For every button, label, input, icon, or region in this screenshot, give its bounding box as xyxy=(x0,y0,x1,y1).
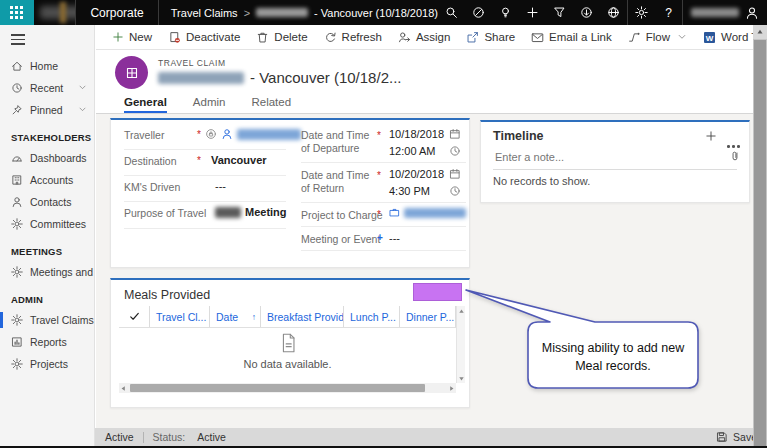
sidebar-item-meetings-and-events[interactable]: Meetings and Events xyxy=(0,261,94,283)
field-value-departure-date[interactable]: 10/18/2018 xyxy=(389,128,444,140)
clock-icon[interactable] xyxy=(449,145,461,157)
assign-button[interactable]: Assign xyxy=(390,25,459,49)
grid-horizontal-scrollbar[interactable] xyxy=(119,383,456,393)
field-label-project: Project to Charge xyxy=(301,209,383,222)
deactivate-icon xyxy=(171,32,180,42)
gear-icon xyxy=(636,7,647,18)
assign-icon xyxy=(399,32,409,41)
user-menu[interactable] xyxy=(683,6,767,20)
redacted-project-value xyxy=(404,208,466,218)
home-icon xyxy=(13,62,22,70)
calendar-icon[interactable] xyxy=(449,168,461,180)
select-all-column[interactable] xyxy=(119,306,149,327)
travel-claim-entity-icon xyxy=(127,68,136,77)
field-value-purpose[interactable]: Meeting xyxy=(215,206,287,218)
breadcrumb: Travel Claims > - Vancouver (10/18/2018) xyxy=(159,7,438,19)
column-header-travel-claim[interactable]: Travel Cl...↑↓ xyxy=(149,306,209,327)
share-button[interactable]: Share xyxy=(458,25,523,49)
field-label-traveller: Traveller xyxy=(124,129,164,142)
person-icon xyxy=(13,198,21,207)
insights-button[interactable] xyxy=(492,0,519,25)
save-button[interactable]: Save xyxy=(716,431,757,443)
tab-general[interactable]: General xyxy=(124,93,167,113)
timeline-add-button[interactable] xyxy=(705,130,717,142)
filter-button[interactable] xyxy=(546,0,573,25)
tab-related[interactable]: Related xyxy=(251,93,291,113)
sidebar-item-contacts[interactable]: Contacts xyxy=(0,191,94,213)
breadcrumb-record[interactable]: - Vancouver (10/18/2018) xyxy=(314,7,438,19)
sidebar-item-accounts[interactable]: Accounts xyxy=(0,169,94,191)
field-label-meeting-or-event: Meeting or Event xyxy=(301,233,380,246)
column-header-date[interactable]: Date↑ xyxy=(209,306,260,327)
note-input[interactable] xyxy=(493,150,707,164)
sidebar-group-stakeholders: STAKEHOLDERS xyxy=(0,121,94,147)
collapse-sidebar-button[interactable] xyxy=(11,34,94,45)
scrollbar-thumb[interactable] xyxy=(130,384,425,392)
trash-icon xyxy=(259,33,267,42)
attach-button[interactable] xyxy=(729,150,741,162)
field-value-destination[interactable]: * Vancouver xyxy=(197,154,267,166)
sidebar-item-dashboards[interactable]: Dashboards xyxy=(0,147,94,169)
world-clock-button[interactable] xyxy=(600,0,627,25)
refresh-button[interactable]: Refresh xyxy=(316,25,390,49)
recently-viewed-button[interactable] xyxy=(465,0,492,25)
field-value-return-time[interactable]: 4:30 PM xyxy=(389,185,430,197)
new-plus-icon xyxy=(114,33,122,41)
app-name[interactable]: Corporate xyxy=(76,6,157,20)
download-button[interactable] xyxy=(573,0,600,25)
quick-create-button[interactable] xyxy=(519,0,546,25)
sidebar-item-pinned[interactable]: Pinned xyxy=(0,99,94,121)
help-icon: ? xyxy=(665,6,672,20)
tab-admin[interactable]: Admin xyxy=(193,93,226,113)
callout-line-1: Missing ability to add new xyxy=(534,340,692,358)
word-icon: W xyxy=(703,31,716,44)
delete-button[interactable]: Delete xyxy=(248,25,315,49)
field-value-traveller[interactable]: * xyxy=(197,128,301,140)
email-link-button[interactable]: Email a Link xyxy=(523,25,620,49)
scrollbar-thumb[interactable] xyxy=(754,40,766,446)
required-asterisk: * xyxy=(377,209,381,220)
org-logo xyxy=(34,0,76,25)
sidebar-item-travel-claims[interactable]: Travel Claims xyxy=(0,309,94,331)
breadcrumb-section[interactable]: Travel Claims xyxy=(171,7,238,19)
help-button[interactable]: ? xyxy=(655,0,682,25)
clock-icon[interactable] xyxy=(449,185,461,197)
sidebar-item-recent[interactable]: Recent xyxy=(0,77,94,99)
calendar-icon[interactable] xyxy=(449,128,461,140)
settings-button[interactable] xyxy=(628,0,655,25)
site-map-sidebar: Home Recent Pinned STAKEHOLDERS Dashboar… xyxy=(0,25,95,446)
flow-icon xyxy=(629,32,639,40)
field-value-kms-driven[interactable]: --- xyxy=(215,180,226,192)
sidebar-item-reports[interactable]: Reports xyxy=(0,331,94,353)
column-header-lunch[interactable]: Lunch P...↑↓ xyxy=(343,306,399,327)
report-icon xyxy=(13,338,21,346)
timeline-empty-message: No records to show. xyxy=(493,175,590,187)
record-state: Active xyxy=(105,431,134,443)
field-value-return-date[interactable]: 10/20/2018 xyxy=(389,168,444,180)
redacted-logo-accent xyxy=(60,2,66,23)
field-value-meeting-or-event[interactable]: --- xyxy=(389,232,400,244)
save-icon xyxy=(718,433,726,441)
sidebar-item-home[interactable]: Home xyxy=(0,55,94,77)
svg-text:W: W xyxy=(706,34,714,43)
refresh-icon xyxy=(326,33,334,41)
lock-icon xyxy=(207,130,216,139)
divider xyxy=(493,169,737,170)
redacted-purpose-prefix xyxy=(215,207,241,218)
field-value-departure-time[interactable]: 12:00 AM xyxy=(389,145,435,157)
search-button[interactable] xyxy=(438,0,465,25)
scroll-left-icon xyxy=(122,386,125,390)
sidebar-item-committees[interactable]: Committees xyxy=(0,213,94,235)
field-label-purpose: Purpose of Travel xyxy=(124,207,206,220)
field-value-project[interactable] xyxy=(389,207,466,218)
pin-icon xyxy=(13,106,21,114)
new-button[interactable]: New xyxy=(104,25,160,49)
timeline-title: Timeline xyxy=(493,129,543,143)
waffle-menu-button[interactable] xyxy=(0,0,34,25)
contact-lookup-icon xyxy=(223,130,231,139)
flow-button[interactable]: Flow xyxy=(620,25,695,49)
column-header-breakfast[interactable]: Breakfast Provid...↑↓ xyxy=(260,306,343,327)
deactivate-button[interactable]: Deactivate xyxy=(160,25,248,49)
sidebar-item-projects[interactable]: Projects xyxy=(0,353,94,375)
page-vertical-scrollbar[interactable] xyxy=(753,25,767,446)
